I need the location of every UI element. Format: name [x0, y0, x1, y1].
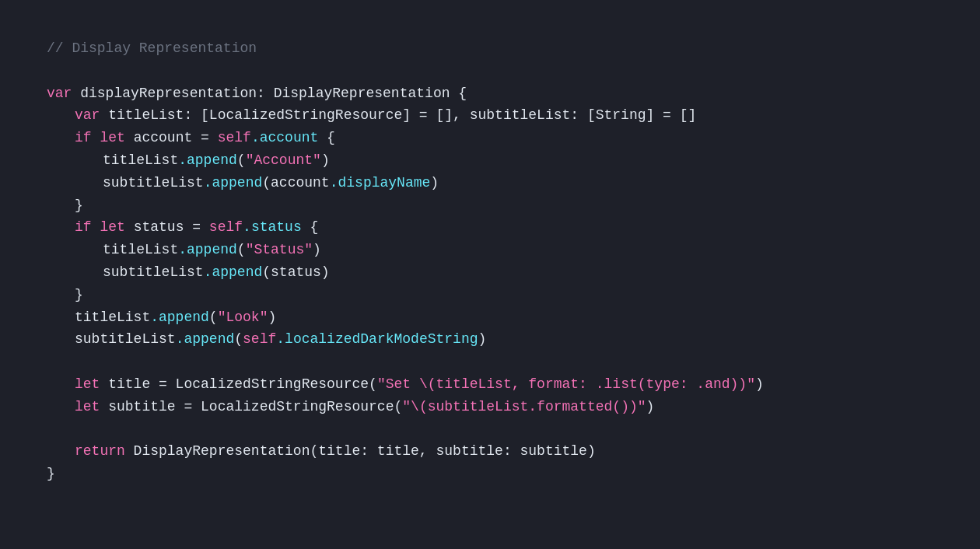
paren-close-5: ) — [268, 306, 276, 329]
append-1: .append — [178, 149, 237, 172]
paren-close-2: ) — [430, 172, 439, 194]
brace-open-2: { — [302, 216, 319, 239]
keyword-self-3: self — [243, 328, 276, 351]
titlelist-ref-1: titleList — [103, 149, 178, 172]
subtitlelist-ref-1: subtitleList — [103, 172, 204, 194]
var-lists-text: titleList: [LocalizedStringResource] = [… — [100, 104, 696, 127]
titlelist-status-line: titleList .append ( "Status" ) — [103, 239, 933, 261]
close-brace-1: } — [75, 194, 933, 217]
comment-text: // Display Representation — [47, 37, 257, 60]
blank-line-3 — [47, 418, 933, 441]
if-account-line: if let account = self .account { — [75, 127, 933, 149]
subtitlelist-account-line: subtitleList .append (account .displayNa… — [103, 172, 933, 194]
account-assign: account = — [125, 127, 218, 149]
keyword-let-4: let — [75, 396, 100, 418]
append-5: .append — [150, 306, 209, 329]
brace-close-2: } — [75, 284, 83, 306]
paren-open-1: ( — [237, 149, 246, 172]
keyword-self-2: self — [209, 216, 243, 239]
string-title-format: "Set \(titleList, format: .list(type: .a… — [377, 373, 755, 396]
var-lists-line: var titleList: [LocalizedStringResource]… — [75, 104, 933, 127]
titlelist-account-line: titleList .append ( "Account" ) — [103, 149, 933, 172]
subtitlelist-ref-3: subtitleList — [75, 328, 176, 351]
keyword-let-3: let — [75, 373, 100, 396]
string-subtitle-format: "\(subtitleList.formatted())" — [402, 396, 646, 418]
prop-account: .account — [251, 127, 318, 149]
brace-close-1: } — [75, 194, 83, 217]
paren-close-7: ) — [755, 373, 764, 396]
paren-close-8: ) — [646, 396, 655, 418]
prop-displayname: .displayName — [330, 172, 431, 194]
keyword-var-2: var — [75, 104, 100, 127]
keyword-var-1: var — [47, 82, 72, 105]
return-line: return DisplayRepresentation(title: titl… — [75, 440, 933, 463]
keyword-let-1: let — [100, 127, 124, 149]
blank-line-1 — [47, 60, 933, 82]
code-block: // Display Representation var displayRep… — [0, 0, 980, 523]
status-assign: status = — [125, 216, 209, 239]
paren-close-1: ) — [321, 149, 330, 172]
prop-darkmode: .localizedDarkModeString — [276, 328, 478, 351]
keyword-if-2: if — [75, 216, 92, 239]
append-2: .append — [204, 172, 263, 194]
append-3: .append — [178, 239, 237, 261]
var-decl-line: var displayRepresentation: DisplayRepres… — [47, 82, 933, 105]
keyword-let-2: let — [100, 216, 124, 239]
keyword-self-1: self — [218, 127, 251, 149]
paren-close-3: ) — [313, 239, 321, 261]
paren-open-5: ( — [209, 306, 218, 329]
blank-line-2 — [47, 351, 933, 373]
if-status-line: if let status = self .status { — [75, 216, 933, 239]
let-subtitle-line: let subtitle = LocalizedStringResource( … — [75, 396, 933, 418]
paren-open-2: (account — [262, 172, 329, 194]
comment-line: // Display Representation — [47, 37, 933, 60]
string-status: "Status" — [246, 239, 313, 261]
subtitlelist-ref-2: subtitleList — [103, 261, 204, 284]
string-account: "Account" — [246, 149, 321, 172]
let-title-line: let title = LocalizedStringResource( "Se… — [75, 373, 933, 396]
keyword-if-1: if — [75, 127, 92, 149]
subtitlelist-status-line: subtitleList .append (status) — [103, 261, 933, 284]
plain-space-1 — [92, 127, 100, 149]
brace-close-outer: } — [47, 463, 55, 485]
var-name-1: displayRepresentation: DisplayRepresenta… — [72, 82, 467, 105]
titlelist-ref-2: titleList — [103, 239, 178, 261]
subtitlelist-dark-line: subtitleList .append ( self .localizedDa… — [75, 328, 933, 351]
string-look: "Look" — [218, 306, 268, 329]
brace-open-1: { — [318, 127, 335, 149]
titlelist-ref-3: titleList — [75, 306, 150, 329]
prop-status: .status — [243, 216, 302, 239]
append-4: .append — [204, 261, 263, 284]
subtitle-assign: subtitle = LocalizedStringResource( — [100, 396, 402, 418]
paren-open-6: ( — [234, 328, 243, 351]
titlelist-look-line: titleList .append ( "Look" ) — [75, 306, 933, 329]
close-brace-2: } — [75, 284, 933, 306]
keyword-return: return — [75, 440, 125, 463]
paren-open-3: ( — [237, 239, 246, 261]
plain-space-2 — [92, 216, 100, 239]
append-6: .append — [176, 328, 235, 351]
paren-open-4: (status) — [262, 261, 329, 284]
outer-close-brace: } — [47, 463, 933, 485]
return-text: DisplayRepresentation(title: title, subt… — [125, 440, 596, 463]
title-assign: title = LocalizedStringResource( — [100, 373, 376, 396]
paren-close-6: ) — [478, 328, 487, 351]
